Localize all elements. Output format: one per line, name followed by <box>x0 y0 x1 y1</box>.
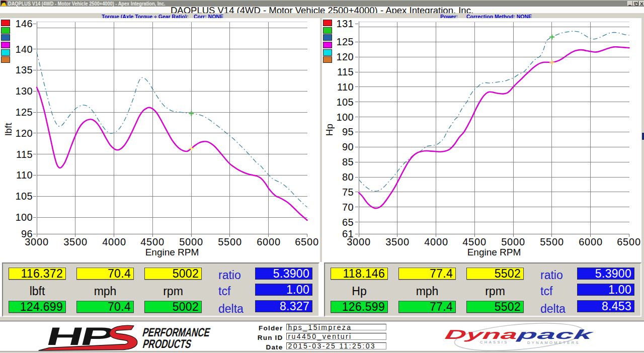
svg-text:Dyna: Dyna <box>444 327 519 341</box>
svg-text:PRODUCTS: PRODUCTS <box>141 337 193 350</box>
svg-text:CHASSIS: CHASSIS <box>480 340 509 344</box>
svg-text:pack: pack <box>515 327 595 341</box>
svg-text:DYNAMOMETERS: DYNAMOMETERS <box>527 340 580 345</box>
